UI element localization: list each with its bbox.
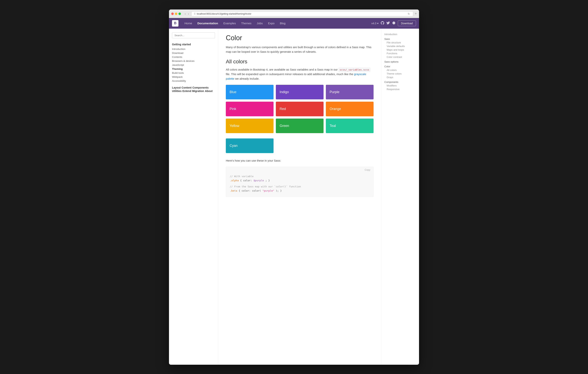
sidebar-item-download[interactable]: Download bbox=[172, 51, 215, 55]
toc-responsive[interactable]: Responsive bbox=[384, 88, 416, 91]
download-button[interactable]: Download bbox=[398, 21, 416, 26]
search-input[interactable] bbox=[172, 33, 215, 38]
browser-nav-buttons: ‹ › bbox=[184, 12, 190, 16]
url-display: localhost:9001/docs/4.0/getting-started/… bbox=[197, 12, 251, 15]
toc-all-colors[interactable]: All colors bbox=[384, 68, 416, 72]
sidebar-item-javascript[interactable]: JavaScript bbox=[172, 63, 215, 67]
toc-grays[interactable]: Grays bbox=[384, 76, 416, 79]
version-dropdown[interactable]: v4.0 ▾ bbox=[371, 22, 378, 25]
minimize-button[interactable] bbox=[175, 12, 177, 15]
sidebar-item-contents[interactable]: Contents bbox=[172, 55, 215, 59]
toc-maps-loops[interactable]: Maps and loops bbox=[384, 48, 416, 52]
getting-started-label: Getting started bbox=[172, 43, 215, 46]
address-bar-icon: ☰ bbox=[194, 12, 196, 15]
toc-components[interactable]: Components bbox=[384, 80, 416, 84]
nav-themes[interactable]: Themes bbox=[239, 20, 254, 26]
main-layout: Getting started Introduction Download Co… bbox=[169, 29, 419, 365]
swatch-teal[interactable]: Teal bbox=[326, 119, 374, 133]
swatch-pink-label: Pink bbox=[230, 107, 236, 111]
swatch-purple-label: Purple bbox=[330, 90, 339, 94]
back-button[interactable]: ‹ bbox=[184, 12, 186, 16]
sidebar-category-utilities[interactable]: Utilities bbox=[172, 89, 182, 93]
code-normal-3: { color: color( bbox=[239, 189, 261, 192]
brand-logo[interactable]: B bbox=[172, 20, 178, 27]
code-line-4: .beta { color: color( "purple" ); } bbox=[230, 189, 370, 193]
nav-home[interactable]: Home bbox=[182, 20, 194, 26]
nav-jobs[interactable]: Jobs bbox=[254, 20, 265, 26]
toc-sass[interactable]: Sass bbox=[384, 37, 416, 41]
nav-blog[interactable]: Blog bbox=[278, 20, 288, 26]
sidebar-item-webpack[interactable]: Webpack bbox=[172, 75, 215, 79]
browser-window: ‹ › ☰ localhost:9001/docs/4.0/getting-st… bbox=[169, 10, 419, 365]
code-block-header: Copy bbox=[226, 167, 373, 171]
sidebar-item-accessibility[interactable]: Accessibility bbox=[172, 79, 215, 83]
code-block: // With variable .alpha { color: $purple… bbox=[226, 171, 373, 197]
twitter-icon[interactable] bbox=[387, 21, 390, 25]
nav-documentation[interactable]: Documentation bbox=[195, 20, 220, 26]
all-colors-title: All colors bbox=[226, 59, 374, 65]
code-normal-2: ; } bbox=[265, 179, 270, 182]
page-title: Color bbox=[226, 34, 374, 42]
toc-sidebar: Introduction Sass File structure Variabl… bbox=[381, 29, 419, 365]
sidebar-item-build-tools[interactable]: Build tools bbox=[172, 71, 215, 75]
sidebar-category-extend[interactable]: Extend bbox=[182, 89, 191, 93]
toc-variable-defaults[interactable]: Variable defaults bbox=[384, 44, 416, 48]
toc-introduction[interactable]: Introduction bbox=[384, 33, 416, 36]
toc-theme-colors[interactable]: Theme colors bbox=[384, 72, 416, 76]
swatch-indigo[interactable]: Indigo bbox=[276, 85, 324, 99]
swatch-cyan[interactable]: Cyan bbox=[226, 138, 273, 153]
github-icon[interactable] bbox=[381, 21, 384, 25]
nav-right-section: v4.0 ▾ Download bbox=[371, 21, 416, 26]
swatch-cyan-label: Cyan bbox=[230, 144, 238, 148]
close-button[interactable] bbox=[171, 12, 174, 15]
version-label: v4.0 bbox=[371, 22, 376, 25]
swatch-orange-label: Orange bbox=[330, 107, 341, 111]
code-value-string: "purple" bbox=[262, 189, 274, 192]
swatch-red-label: Red bbox=[280, 107, 286, 111]
traffic-lights bbox=[171, 12, 181, 15]
swatch-blue-label: Blue bbox=[230, 90, 236, 94]
chevron-down-icon: ▾ bbox=[377, 22, 378, 25]
swatch-green-label: Green bbox=[280, 124, 289, 128]
cyan-row: Cyan bbox=[226, 138, 374, 153]
toc-sass-options[interactable]: Sass options bbox=[384, 60, 416, 64]
swatch-red[interactable]: Red bbox=[276, 102, 324, 116]
code-line-2: .alpha { color: $purple ; } bbox=[230, 178, 370, 183]
toc-color[interactable]: Color bbox=[384, 65, 416, 68]
browser-chrome: ‹ › ☰ localhost:9001/docs/4.0/getting-st… bbox=[169, 10, 419, 18]
code-normal-1: { color: bbox=[240, 179, 253, 182]
swatch-orange[interactable]: Orange bbox=[326, 102, 374, 116]
toc-modifiers[interactable]: Modifiers bbox=[384, 84, 416, 88]
sidebar-category-migration[interactable]: Migration bbox=[192, 89, 204, 93]
forward-button[interactable]: › bbox=[187, 12, 190, 16]
swatch-green[interactable]: Green bbox=[276, 119, 324, 133]
toc-file-structure[interactable]: File structure bbox=[384, 41, 416, 44]
toc-color-contrast[interactable]: Color contrast bbox=[384, 55, 416, 59]
getting-started-group: Getting started Introduction Download Co… bbox=[172, 43, 215, 83]
address-bar[interactable]: ☰ localhost:9001/docs/4.0/getting-starte… bbox=[191, 11, 413, 16]
swatch-teal-label: Teal bbox=[330, 124, 336, 128]
code-spacer bbox=[230, 183, 370, 185]
swatch-purple[interactable]: Purple bbox=[326, 85, 374, 99]
code-selector-alpha: .alpha bbox=[230, 179, 239, 182]
swatch-pink[interactable]: Pink bbox=[226, 102, 273, 116]
refresh-button[interactable]: ↻ bbox=[407, 12, 411, 15]
sidebar-category-about[interactable]: About bbox=[205, 89, 212, 93]
sidebar-item-theming[interactable]: Theming bbox=[172, 67, 215, 71]
sidebar-item-browsers[interactable]: Browsers & devices bbox=[172, 59, 215, 63]
swatch-yellow[interactable]: Yellow bbox=[226, 119, 273, 133]
svg-point-0 bbox=[392, 22, 395, 24]
nav-expo[interactable]: Expo bbox=[266, 20, 277, 26]
all-colors-description: All colors available in Bootstrap 4, are… bbox=[226, 67, 374, 81]
all-colors-desc-2: file. This will be expanded upon in subs… bbox=[226, 72, 353, 76]
copy-button[interactable]: Copy bbox=[365, 168, 370, 171]
nav-examples[interactable]: Examples bbox=[221, 20, 238, 26]
maximize-button[interactable] bbox=[178, 12, 181, 15]
swatch-blue[interactable]: Blue bbox=[226, 85, 273, 99]
left-sidebar: Getting started Introduction Download Co… bbox=[169, 29, 218, 365]
slack-icon[interactable] bbox=[392, 21, 396, 25]
code-value-purple: $purple bbox=[253, 179, 264, 182]
sidebar-item-introduction[interactable]: Introduction bbox=[172, 47, 215, 51]
toc-functions[interactable]: Functions bbox=[384, 52, 416, 55]
new-tab-button[interactable]: + bbox=[415, 12, 417, 16]
